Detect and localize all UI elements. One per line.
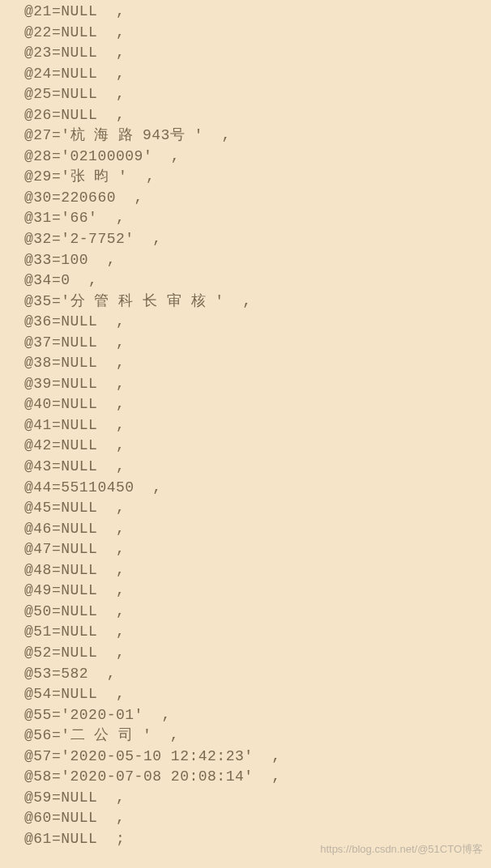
code-line: @58='2020-07-08 20:08:14' , [24,767,491,788]
code-line: @34=0 , [24,270,491,291]
code-line: @50=NULL , [24,602,491,623]
code-line: @42=NULL , [24,436,491,457]
code-line: @43=NULL , [24,457,491,478]
code-line: @41=NULL , [24,415,491,436]
code-line: @51=NULL , [24,622,491,643]
code-line: @39=NULL , [24,374,491,395]
code-line: @55='2020-01' , [24,705,491,726]
code-line: @36=NULL , [24,312,491,333]
code-line: @46=NULL , [24,519,491,540]
code-line: @33=100 , [24,250,491,271]
code-line: @47=NULL , [24,539,491,560]
code-line: @38=NULL , [24,353,491,374]
code-line: @49=NULL , [24,581,491,602]
code-line: @40=NULL , [24,394,491,415]
code-block: @21=NULL , @22=NULL , @23=NULL , @24=NUL… [0,0,491,849]
code-line: @32='2-7752' , [24,229,491,250]
code-line: @24=NULL , [24,64,491,85]
code-line: @29='张 昀 ' , [24,167,491,188]
code-line: @22=NULL , [24,23,491,44]
code-line: @27='杭 海 路 943号 ' , [24,126,491,147]
watermark-text: https://blog.csdn.net/@51CTO博客 [320,842,483,849]
code-line: @25=NULL , [24,84,491,105]
code-line: @54=NULL , [24,684,491,705]
code-line: @52=NULL , [24,643,491,664]
code-line: @37=NULL , [24,333,491,354]
code-line: @59=NULL , [24,788,491,809]
code-line: @45=NULL , [24,498,491,519]
code-line: @48=NULL , [24,560,491,581]
code-line: @21=NULL , [24,2,491,23]
code-line: @28='02100009' , [24,147,491,168]
code-line: @53=582 , [24,664,491,685]
code-line: @23=NULL , [24,43,491,64]
code-line: @31='66' , [24,208,491,229]
code-line: @35='分 管 科 长 审 核 ' , [24,291,491,313]
code-line: @44=55110450 , [24,478,491,499]
code-line: @56='二 公 司 ' , [24,725,491,747]
code-line: @60=NULL , [24,808,491,829]
code-line: @26=NULL , [24,105,491,126]
code-line: @57='2020-05-10 12:42:23' , [24,747,491,768]
code-line: @30=220660 , [24,188,491,209]
